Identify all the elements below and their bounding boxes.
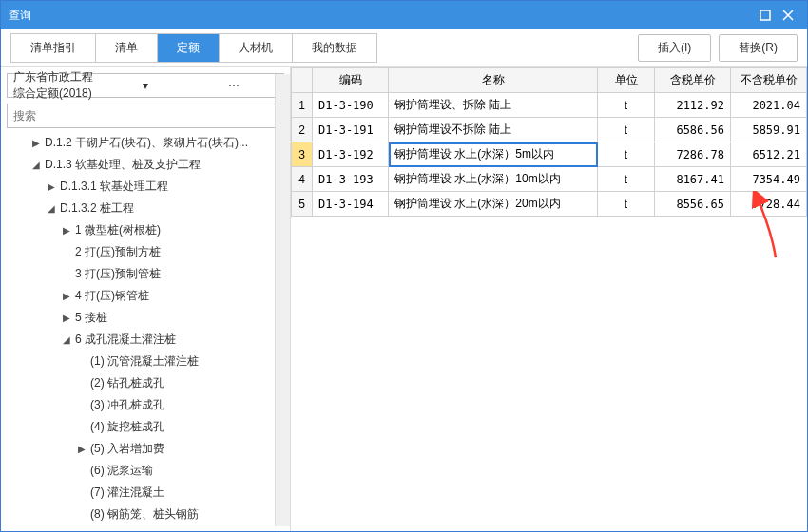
tree-node[interactable]: ·(4) 旋挖桩成孔 xyxy=(7,416,290,438)
toolbar: 清单指引清单定额人材机我的数据 插入(I) 替换(R) xyxy=(1,29,807,67)
tree-node-label: 4 打(压)钢管桩 xyxy=(75,288,149,304)
row-unit: t xyxy=(598,167,655,192)
expand-icon[interactable]: ▶ xyxy=(45,181,58,192)
left-panel: 广东省市政工程综合定额(2018) ▾ ⋯ ▶D.1.2 干砌片石(块石)、浆砌… xyxy=(1,67,291,531)
row-price-notax: 5859.91 xyxy=(731,118,807,142)
row-number: 4 xyxy=(292,167,313,192)
row-code: D1-3-191 xyxy=(313,118,389,142)
tree-node-label: (1) 沉管混凝土灌注桩 xyxy=(90,353,199,370)
grid-header[interactable] xyxy=(292,68,313,93)
titlebar: 查询 xyxy=(1,1,807,29)
tree-node-label: D.1.3.2 桩工程 xyxy=(60,200,134,217)
tree-node[interactable]: ◢6 成孔混凝土灌注桩 xyxy=(7,329,290,351)
row-unit: t xyxy=(598,118,655,142)
close-button[interactable] xyxy=(777,4,799,27)
tree-node[interactable]: ◢D.1.3 软基处理、桩及支护工程 xyxy=(7,154,290,176)
tab-3[interactable]: 人材机 xyxy=(220,34,293,62)
tree-node-label: (6) 泥浆运输 xyxy=(90,463,153,479)
tree-node-label: D.1.3 软基处理、桩及支护工程 xyxy=(45,157,201,173)
left-scrollbar[interactable] xyxy=(275,74,290,526)
table-row[interactable]: 1D1-3-190钢护筒埋设、拆除 陆上t2112.922021.04 xyxy=(292,93,807,118)
tree-node[interactable]: ▶5 接桩 xyxy=(7,307,290,329)
query-window: 查询 清单指引清单定额人材机我的数据 插入(I) 替换(R) 广东省市政工程综合… xyxy=(0,0,808,532)
combo-more-icon[interactable]: ⋯ xyxy=(189,79,278,92)
tree-node[interactable]: ▶(5) 入岩增加费 xyxy=(7,438,290,460)
tree-node[interactable]: ▶D.1.3.1 软基处理工程 xyxy=(7,176,290,198)
grid-header[interactable]: 不含税单价 xyxy=(731,68,807,93)
expand-icon[interactable]: ▶ xyxy=(60,225,73,236)
nav-tree: ▶D.1.2 干砌片石(块石)、浆砌片石(块石)...◢D.1.3 软基处理、桩… xyxy=(7,132,290,525)
collapse-icon[interactable]: ◢ xyxy=(60,334,73,345)
collapse-icon[interactable]: ◢ xyxy=(29,160,43,170)
tab-1[interactable]: 清单 xyxy=(96,34,158,62)
maximize-button[interactable] xyxy=(754,4,777,27)
expand-icon[interactable]: ▶ xyxy=(60,313,73,323)
row-number: 5 xyxy=(292,192,313,217)
tree-node-label: 3 打(压)预制管桩 xyxy=(75,266,161,282)
row-number: 1 xyxy=(292,93,313,118)
result-grid: 编码名称单位含税单价不含税单价 1D1-3-190钢护筒埋设、拆除 陆上t211… xyxy=(291,67,807,217)
svg-rect-0 xyxy=(760,10,770,20)
tree-node[interactable]: ·(2) 钻孔桩成孔 xyxy=(7,372,290,394)
tree-node[interactable]: ·3 打(压)预制管桩 xyxy=(7,263,290,285)
row-unit: t xyxy=(598,142,655,167)
norm-combo-value: 广东省市政工程综合定额(2018) xyxy=(13,69,102,102)
grid-header[interactable]: 编码 xyxy=(313,68,389,93)
tree-node[interactable]: ·(6) 泥浆运输 xyxy=(7,460,290,482)
tree-node[interactable]: ·(8) 钢筋笼、桩头钢筋 xyxy=(7,504,290,525)
tree-node[interactable]: ▶D.1.2 干砌片石(块石)、浆砌片石(块石)... xyxy=(7,132,290,154)
table-row[interactable]: 2D1-3-191钢护筒埋设不拆除 陆上t6586.565859.91 xyxy=(292,118,807,142)
row-price-tax: 2112.92 xyxy=(655,93,731,118)
tree-node[interactable]: ·2 打(压)预制方桩 xyxy=(7,241,290,263)
tree-node[interactable]: ▶1 微型桩(树根桩) xyxy=(7,219,290,241)
grid-header[interactable]: 含税单价 xyxy=(655,68,731,93)
chevron-down-icon[interactable]: ▾ xyxy=(102,79,190,92)
row-price-notax: 2021.04 xyxy=(731,93,807,118)
tree-node-label: 2 打(压)预制方桩 xyxy=(75,244,161,260)
search-box xyxy=(7,104,284,128)
row-unit: t xyxy=(598,192,655,217)
table-row[interactable]: 3D1-3-192钢护筒埋设 水上(水深）5m以内t7286.786512.21 xyxy=(292,142,807,167)
tree-node-label: (5) 入岩增加费 xyxy=(90,441,164,457)
tree-node[interactable]: ·(3) 冲孔桩成孔 xyxy=(7,394,290,416)
tree-node[interactable]: ◢D.1.3.2 桩工程 xyxy=(7,198,290,219)
search-input[interactable] xyxy=(7,104,284,128)
replace-button[interactable]: 替换(R) xyxy=(719,34,798,62)
tree-node[interactable]: ·(1) 沉管混凝土灌注桩 xyxy=(7,351,290,372)
window-title: 查询 xyxy=(9,8,754,24)
expand-icon[interactable]: ▶ xyxy=(75,444,88,454)
tree-node-label: (4) 旋挖桩成孔 xyxy=(90,419,164,435)
grid-header-row: 编码名称单位含税单价不含税单价 xyxy=(292,68,807,93)
tree-node-label: D.1.2 干砌片石(块石)、浆砌片石(块石)... xyxy=(45,135,248,151)
row-price-tax: 7286.78 xyxy=(655,142,731,167)
row-price-tax: 8167.41 xyxy=(655,167,731,192)
content: 广东省市政工程综合定额(2018) ▾ ⋯ ▶D.1.2 干砌片石(块石)、浆砌… xyxy=(1,67,807,531)
tree-node[interactable]: ▶4 打(压)钢管桩 xyxy=(7,285,290,307)
tab-2[interactable]: 定额 xyxy=(158,34,220,62)
row-code: D1-3-194 xyxy=(313,192,389,217)
expand-icon[interactable]: ▶ xyxy=(60,291,73,301)
row-name: 钢护筒埋设 水上(水深）20m以内 xyxy=(389,192,598,217)
tab-4[interactable]: 我的数据 xyxy=(293,34,376,62)
collapse-icon[interactable]: ◢ xyxy=(45,203,58,214)
row-name: 钢护筒埋设 水上(水深）5m以内 xyxy=(389,142,598,167)
row-number: 3 xyxy=(292,142,313,167)
insert-button[interactable]: 插入(I) xyxy=(638,34,711,62)
row-price-tax: 6586.56 xyxy=(655,118,731,142)
grid-header[interactable]: 名称 xyxy=(389,68,598,93)
row-code: D1-3-193 xyxy=(313,167,389,192)
row-name: 钢护筒埋设 水上(水深）10m以内 xyxy=(389,167,598,192)
tree-scroll[interactable]: ▶D.1.2 干砌片石(块石)、浆砌片石(块石)...◢D.1.3 软基处理、桩… xyxy=(7,132,290,525)
table-row[interactable]: 4D1-3-193钢护筒埋设 水上(水深）10m以内t8167.417354.4… xyxy=(292,167,807,192)
norm-combo[interactable]: 广东省市政工程综合定额(2018) ▾ ⋯ xyxy=(7,73,284,98)
row-price-tax: 8556.65 xyxy=(655,192,731,217)
row-name: 钢护筒埋设不拆除 陆上 xyxy=(389,118,598,142)
tree-node-label: 6 成孔混凝土灌注桩 xyxy=(75,332,176,348)
row-price-notax: 7354.49 xyxy=(731,167,807,192)
tree-node-label: (7) 灌注混凝土 xyxy=(90,484,164,501)
table-row[interactable]: 5D1-3-194钢护筒埋设 水上(水深）20m以内t8556.657728.4… xyxy=(292,192,807,217)
tab-0[interactable]: 清单指引 xyxy=(11,34,96,62)
tree-node[interactable]: ·(7) 灌注混凝土 xyxy=(7,482,290,504)
expand-icon[interactable]: ▶ xyxy=(29,138,43,148)
grid-header[interactable]: 单位 xyxy=(598,68,655,93)
